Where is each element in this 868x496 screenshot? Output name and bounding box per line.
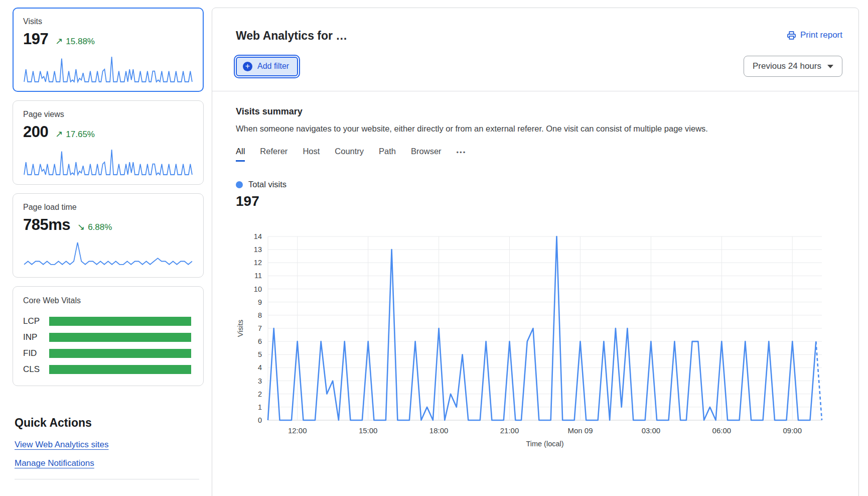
- page-views-card[interactable]: Page views 200 ↗17.65%: [13, 100, 204, 185]
- vital-label-fid: FID: [23, 348, 49, 358]
- page-load-time-card-label: Page load time: [23, 203, 193, 212]
- visits-value: 197: [23, 30, 48, 48]
- svg-text:15:00: 15:00: [359, 426, 378, 435]
- vital-bar-cls: [49, 365, 191, 374]
- page-load-time-delta: ↘6.88%: [77, 221, 112, 232]
- time-range-dropdown[interactable]: Previous 24 hours: [744, 56, 842, 77]
- page-load-time-delta-pct: 6.88%: [88, 222, 112, 232]
- svg-text:0: 0: [258, 416, 262, 424]
- svg-text:13: 13: [254, 245, 262, 254]
- vital-label-lcp: LCP: [23, 316, 49, 326]
- dimension-tabs: All Referer Host Country Path Browser ••…: [236, 147, 835, 162]
- quick-actions-section: Quick Actions View Web Analytics sites M…: [13, 416, 204, 479]
- tab-host[interactable]: Host: [303, 147, 320, 162]
- trend-up-icon: ↗: [55, 36, 63, 47]
- page-views-delta-pct: 17.65%: [66, 130, 95, 140]
- plus-circle-icon: +: [243, 62, 252, 71]
- metrics-sidebar: Visits 197 ↗15.88% Page views 200 ↗17.65…: [13, 8, 204, 496]
- svg-text:10: 10: [254, 285, 262, 293]
- tab-referer[interactable]: Referer: [260, 147, 287, 162]
- svg-text:1: 1: [258, 403, 262, 411]
- page-views-value: 200: [23, 123, 48, 141]
- print-report-label: Print report: [800, 30, 842, 40]
- svg-text:Visits: Visits: [236, 320, 244, 337]
- visits-line-chart: 0123456789101112131412:0015:0018:0021:00…: [236, 230, 831, 450]
- svg-text:Time (local): Time (local): [526, 440, 563, 448]
- svg-text:09:00: 09:00: [783, 426, 802, 435]
- web-analytics-page: Visits 197 ↗15.88% Page views 200 ↗17.65…: [0, 0, 868, 496]
- trend-up-icon: ↗: [55, 129, 63, 140]
- svg-text:5: 5: [258, 350, 262, 358]
- svg-text:Mon 09: Mon 09: [567, 426, 593, 435]
- tab-country[interactable]: Country: [335, 147, 364, 162]
- svg-text:21:00: 21:00: [500, 426, 519, 435]
- svg-text:14: 14: [254, 232, 262, 240]
- visits-card[interactable]: Visits 197 ↗15.88%: [13, 8, 204, 92]
- manage-notifications-link[interactable]: Manage Notifications: [15, 458, 94, 468]
- page-views-card-label: Page views: [23, 110, 193, 119]
- analytics-header: Web Analytics for … Print report + A: [212, 8, 858, 91]
- tab-all[interactable]: All: [236, 147, 245, 162]
- sidebar-divider: [15, 479, 199, 479]
- page-load-time-sparkline: [23, 240, 193, 269]
- chevron-down-icon: [827, 65, 833, 68]
- svg-text:06:00: 06:00: [712, 426, 732, 435]
- visits-value-row: 197 ↗15.88%: [23, 30, 193, 48]
- visits-sparkline: [23, 54, 193, 83]
- more-tabs-ellipsis-icon[interactable]: •••: [457, 149, 467, 160]
- page-title: Web Analytics for …: [236, 29, 347, 43]
- visits-summary-title: Visits summary: [236, 106, 835, 117]
- total-visits-number: 197: [236, 193, 835, 209]
- core-web-vitals-title: Core Web Vitals: [23, 296, 191, 305]
- page-load-time-card[interactable]: Page load time 785ms ↘6.88%: [13, 193, 204, 278]
- vital-label-cls: CLS: [23, 364, 49, 375]
- page-load-time-value: 785ms: [23, 216, 70, 234]
- tab-path[interactable]: Path: [379, 147, 396, 162]
- vital-bar-fid: [49, 349, 191, 358]
- page-views-value-row: 200 ↗17.65%: [23, 123, 193, 141]
- view-web-analytics-sites-link[interactable]: View Web Analytics sites: [15, 440, 108, 450]
- visits-delta: ↗15.88%: [55, 36, 95, 47]
- svg-text:7: 7: [258, 324, 262, 332]
- visits-card-label: Visits: [23, 17, 193, 26]
- chart-legend: Total visits: [236, 180, 835, 189]
- vital-row-inp: INP: [23, 332, 191, 342]
- visits-delta-pct: 15.88%: [66, 37, 95, 47]
- vital-bar-lcp: [49, 317, 191, 326]
- page-views-sparkline: [23, 147, 193, 176]
- svg-text:4: 4: [258, 363, 262, 371]
- page-views-delta: ↗17.65%: [55, 129, 95, 140]
- svg-text:18:00: 18:00: [429, 426, 449, 435]
- time-range-value: Previous 24 hours: [753, 61, 821, 71]
- visits-summary-section: Visits summary When someone navigates to…: [212, 91, 858, 450]
- add-filter-button[interactable]: + Add filter: [236, 57, 298, 76]
- print-report-link[interactable]: Print report: [787, 30, 842, 40]
- svg-text:8: 8: [258, 311, 262, 319]
- page-load-time-value-row: 785ms ↘6.88%: [23, 216, 193, 234]
- trend-down-icon: ↘: [77, 221, 85, 232]
- legend-dot-icon: [236, 181, 243, 188]
- svg-text:6: 6: [258, 337, 262, 345]
- vital-bar-inp: [49, 333, 191, 342]
- add-filter-label: Add filter: [257, 62, 289, 71]
- visits-summary-description: When someone navigates to your website, …: [236, 124, 835, 134]
- svg-text:2: 2: [258, 390, 262, 398]
- svg-text:03:00: 03:00: [642, 426, 661, 435]
- svg-text:11: 11: [254, 272, 262, 280]
- vital-row-cls: CLS: [23, 364, 191, 375]
- svg-text:12: 12: [254, 259, 262, 267]
- legend-label: Total visits: [248, 180, 286, 189]
- analytics-panel: Web Analytics for … Print report + A: [212, 8, 859, 496]
- tab-browser[interactable]: Browser: [411, 147, 442, 162]
- core-web-vitals-card[interactable]: Core Web Vitals LCP INP FID CLS: [13, 286, 204, 386]
- svg-text:9: 9: [258, 298, 262, 306]
- visits-chart[interactable]: 0123456789101112131412:0015:0018:0021:00…: [236, 230, 835, 450]
- quick-actions-title: Quick Actions: [15, 416, 204, 430]
- vital-row-lcp: LCP: [23, 316, 191, 326]
- vital-label-inp: INP: [23, 332, 49, 342]
- printer-icon: [787, 31, 796, 40]
- svg-text:12:00: 12:00: [288, 426, 307, 435]
- svg-text:3: 3: [258, 377, 262, 385]
- vital-row-fid: FID: [23, 348, 191, 358]
